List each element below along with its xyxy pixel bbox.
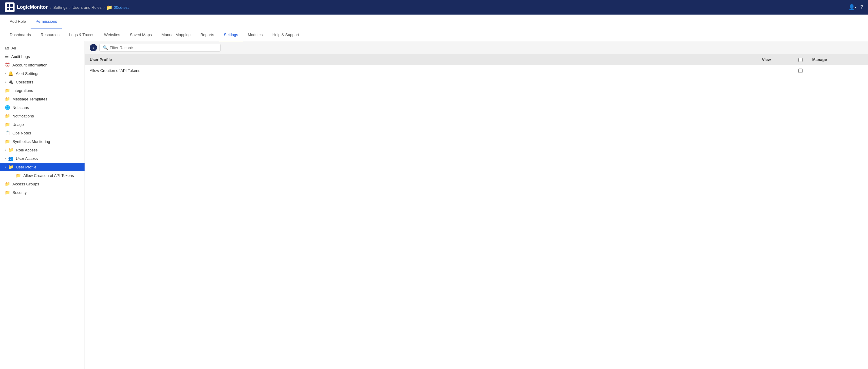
- sidebar-item-synthetics[interactable]: 📁 Synthetics Monitoring: [0, 137, 85, 146]
- folder-icon8: 📁: [8, 165, 13, 169]
- collapse-sidebar-button[interactable]: ‹: [90, 44, 97, 51]
- sidebar-item-usage[interactable]: 📁 Usage: [0, 120, 85, 129]
- th-view: View: [757, 54, 794, 65]
- chevron-right-icon5: ›: [5, 165, 6, 169]
- sidebar-item-role-access[interactable]: › 📁 Role Access: [0, 146, 85, 154]
- user-dropdown-arrow: ▾: [855, 6, 857, 9]
- svg-rect-2: [7, 8, 9, 10]
- tab-saved-maps[interactable]: Saved Maps: [125, 29, 157, 41]
- row-name-cell: Allow Creation of API Tokens: [85, 65, 757, 76]
- sidebar-item-alert-settings[interactable]: › 🔔 Alert Settings: [0, 69, 85, 78]
- sidebar-label-account-info: Account Information: [12, 63, 48, 67]
- sidebar-item-notifications[interactable]: 📁 Notifications: [0, 112, 85, 120]
- svg-rect-0: [7, 4, 9, 7]
- sidebar-label-usage: Usage: [12, 122, 24, 127]
- sidebar-label-message-templates: Message Templates: [12, 97, 47, 101]
- sidebar-label-ops-notes: Ops Notes: [12, 131, 31, 135]
- breadcrumb-users-roles[interactable]: Users and Roles: [72, 5, 101, 10]
- tab-reports[interactable]: Reports: [195, 29, 219, 41]
- sidebar-label-netscans: Netscans: [12, 105, 29, 110]
- sidebar-item-netscans[interactable]: 🌐 Netscans: [0, 103, 85, 112]
- folder-icon11: 📁: [5, 190, 10, 195]
- logo[interactable]: LogicMonitor: [5, 2, 48, 12]
- folder-icon7: 📁: [8, 147, 13, 152]
- sidebar-label-integrations: Integrations: [12, 88, 33, 93]
- tab-help-support[interactable]: Help & Support: [268, 29, 304, 41]
- role-tab-bar: Add Role Permissions: [0, 15, 868, 29]
- row-manage-checkbox[interactable]: [798, 68, 803, 73]
- folder-icon4: 📁: [5, 113, 10, 118]
- settings-sidebar: 🗂 All ☰ Audit Logs ⏰ Account Information…: [0, 41, 85, 369]
- note-icon: 📋: [5, 131, 10, 135]
- breadcrumb-sep3: ›: [103, 5, 104, 10]
- sidebar-label-collectors: Collectors: [16, 80, 33, 84]
- sidebar-item-integrations[interactable]: 📁 Integrations: [0, 86, 85, 95]
- sidebar-item-account-info[interactable]: ⏰ Account Information: [0, 61, 85, 69]
- filter-search-box: 🔍: [99, 44, 221, 52]
- chevron-right-icon: ›: [5, 72, 6, 75]
- search-icon: 🔍: [103, 45, 108, 50]
- row-view-cell: [757, 65, 794, 76]
- folder-icon10: 📁: [5, 181, 10, 186]
- sidebar-item-allow-api-tokens[interactable]: 📁 Allow Creation of API Tokens: [0, 171, 85, 180]
- manage-all-checkbox[interactable]: [798, 58, 803, 62]
- breadcrumb: › Settings › Users and Roles › 📁 00cdtes…: [50, 4, 128, 10]
- logo-text: LogicMonitor: [17, 4, 48, 10]
- folder-open-icon: 🗂: [5, 46, 9, 50]
- folder-icon9: 📁: [16, 173, 21, 178]
- sidebar-item-user-access[interactable]: › 👥 User Access: [0, 154, 85, 163]
- sidebar-item-ops-notes[interactable]: 📋 Ops Notes: [0, 129, 85, 137]
- tab-websites[interactable]: Websites: [99, 29, 125, 41]
- chevron-right-icon3: ›: [5, 148, 6, 152]
- sidebar-item-user-profile[interactable]: › 📁 User Profile: [0, 163, 85, 171]
- plugin-icon: 🔌: [8, 80, 13, 84]
- tab-add-role[interactable]: Add Role: [5, 15, 31, 29]
- tab-modules[interactable]: Modules: [243, 29, 268, 41]
- sidebar-label-user-profile: User Profile: [16, 165, 36, 169]
- sidebar-item-all[interactable]: 🗂 All: [0, 44, 85, 52]
- sidebar-item-access-groups[interactable]: 📁 Access Groups: [0, 180, 85, 188]
- clock-icon: ⏰: [5, 62, 10, 67]
- chevron-right-icon2: ›: [5, 80, 6, 84]
- row-manage-checkbox-cell[interactable]: [794, 65, 807, 76]
- sidebar-item-audit-logs[interactable]: ☰ Audit Logs: [0, 52, 85, 61]
- tab-logs-traces[interactable]: Logs & Traces: [64, 29, 99, 41]
- tab-manual-mapping[interactable]: Manual Mapping: [157, 29, 195, 41]
- content-area: ‹ 🔍 User Profile View: [85, 41, 868, 369]
- th-manage: Manage: [807, 54, 868, 65]
- tab-permissions[interactable]: Permissions: [31, 15, 62, 29]
- sidebar-label-role-access: Role Access: [16, 148, 38, 152]
- sidebar-label-security: Security: [12, 190, 27, 195]
- svg-rect-1: [10, 4, 13, 7]
- user-icon: 👤: [848, 4, 855, 10]
- sidebar-label-notifications: Notifications: [12, 114, 34, 118]
- filter-bar: ‹ 🔍: [85, 41, 868, 54]
- alert-icon: 🔔: [8, 71, 13, 76]
- permissions-table: User Profile View Manage Allow Creation …: [85, 54, 868, 76]
- breadcrumb-settings[interactable]: Settings: [53, 5, 68, 10]
- user-icon2: 👥: [8, 156, 13, 161]
- user-menu-button[interactable]: 👤 ▾: [848, 4, 857, 10]
- sidebar-item-collectors[interactable]: › 🔌 Collectors: [0, 78, 85, 86]
- sidebar-label-alert-settings: Alert Settings: [16, 71, 39, 76]
- folder-icon6: 📁: [5, 139, 10, 144]
- nav-right: 👤 ▾ ?: [848, 4, 863, 10]
- chevron-right-icon4: ›: [5, 157, 6, 160]
- folder-icon3: 📁: [5, 96, 10, 101]
- filter-records-input[interactable]: [110, 46, 217, 50]
- sidebar-label-synthetics: Synthetics Monitoring: [12, 139, 50, 144]
- breadcrumb-current: 📁 00cdtest: [106, 4, 128, 10]
- globe-icon: 🌐: [5, 105, 10, 110]
- sidebar-label-user-access: User Access: [16, 156, 38, 161]
- help-button[interactable]: ?: [860, 4, 863, 10]
- breadcrumb-sep1: ›: [50, 5, 51, 10]
- logo-icon: [5, 2, 14, 12]
- sidebar-item-message-templates[interactable]: 📁 Message Templates: [0, 95, 85, 103]
- th-checkbox[interactable]: [794, 54, 807, 65]
- th-user-profile: User Profile: [85, 54, 757, 65]
- tab-dashboards[interactable]: Dashboards: [5, 29, 36, 41]
- tab-resources[interactable]: Resources: [36, 29, 64, 41]
- sidebar-item-security[interactable]: 📁 Security: [0, 188, 85, 197]
- folder-icon2: 📁: [5, 88, 10, 93]
- tab-settings[interactable]: Settings: [219, 29, 243, 41]
